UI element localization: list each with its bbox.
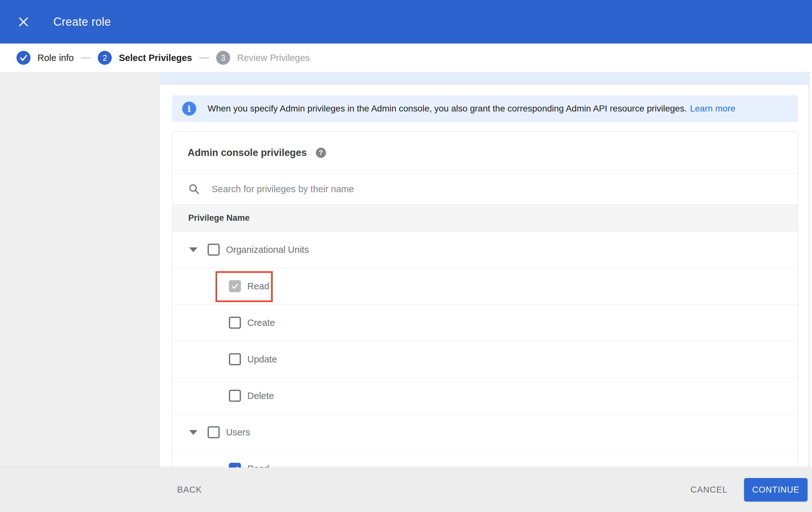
collapse-triangle-icon[interactable]: [189, 247, 198, 252]
privilege-row: Read: [172, 268, 798, 304]
step-label: Select Privileges: [119, 53, 192, 63]
collapse-triangle-icon[interactable]: [189, 430, 198, 435]
search-icon: [188, 183, 200, 195]
checkmark-icon: [230, 281, 240, 292]
privilege-row: Update: [172, 341, 798, 378]
privilege-rows: Organizational UnitsReadCreateUpdateDele…: [172, 232, 798, 467]
privilege-row: Create: [172, 304, 798, 341]
privilege-row: Users: [172, 414, 798, 451]
info-icon: i: [182, 102, 196, 116]
privilege-label: Update: [247, 354, 277, 365]
privilege-checkbox[interactable]: [208, 426, 220, 438]
stepper: Role info 2 Select Privileges 3 Review P…: [0, 44, 812, 73]
privilege-checkbox[interactable]: [229, 390, 241, 402]
back-button[interactable]: BACK: [177, 485, 202, 495]
privilege-row: Read: [172, 451, 798, 467]
info-banner: i When you specify Admin privileges in t…: [172, 95, 798, 122]
card-title: Admin console privileges: [187, 147, 307, 159]
privilege-label: Delete: [247, 391, 274, 401]
dialog-footer: BACK CANCEL CONTINUE: [0, 467, 812, 512]
app-bar: Create role: [0, 0, 812, 44]
privilege-table-header: Privilege Name: [172, 204, 798, 232]
continue-button[interactable]: CONTINUE: [744, 478, 808, 502]
privilege-label: Create: [247, 318, 275, 328]
step-label: Review Privileges: [237, 53, 310, 63]
create-role-dialog: Create role Role info 2 Select Privilege…: [0, 0, 812, 512]
learn-more-link[interactable]: Learn more: [690, 104, 735, 114]
privilege-label: Users: [226, 427, 250, 438]
step-number-badge: 2: [98, 51, 112, 65]
scrollbar-track[interactable]: [809, 73, 809, 467]
column-header-label: Privilege Name: [188, 213, 250, 223]
close-icon[interactable]: [17, 15, 30, 29]
close-icon-glyph: [18, 16, 30, 28]
dialog-body: i When you specify Admin privileges in t…: [0, 73, 812, 467]
step-review-privileges: 3 Review Privileges: [216, 51, 310, 65]
privilege-row: Organizational Units: [172, 232, 798, 268]
dialog-title: Create role: [53, 15, 111, 29]
checkmark-icon: [230, 463, 240, 467]
privilege-label: Read: [247, 281, 269, 292]
privilege-checkbox[interactable]: [229, 280, 241, 292]
privilege-checkbox[interactable]: [229, 353, 241, 365]
step-connector: [81, 57, 91, 58]
privilege-checkbox[interactable]: [229, 317, 241, 329]
privilege-search-input[interactable]: [212, 184, 782, 194]
privilege-checkbox[interactable]: [208, 244, 220, 256]
step-complete-check-icon: [17, 51, 30, 65]
privilege-search-row: [172, 174, 798, 204]
step-label: Role info: [37, 53, 74, 63]
step-select-privileges[interactable]: 2 Select Privileges: [98, 51, 192, 65]
step-number-badge: 3: [216, 51, 230, 65]
privilege-label: Read: [247, 464, 269, 468]
step-role-info[interactable]: Role info: [17, 51, 74, 65]
cancel-button[interactable]: CANCEL: [690, 485, 728, 495]
privilege-checkbox[interactable]: [229, 463, 241, 467]
content-panel: i When you specify Admin privileges in t…: [160, 73, 812, 467]
help-icon[interactable]: ?: [316, 148, 326, 158]
privilege-label: Organizational Units: [226, 245, 309, 255]
step-connector: [199, 57, 209, 58]
privilege-row: Delete: [172, 378, 798, 414]
info-banner-text: When you specify Admin privileges in the…: [208, 104, 687, 114]
scrolled-row-top-strip: [160, 73, 809, 84]
admin-console-privileges-card: Admin console privileges ? Privilege Nam…: [172, 132, 798, 467]
card-header: Admin console privileges ?: [172, 132, 798, 174]
